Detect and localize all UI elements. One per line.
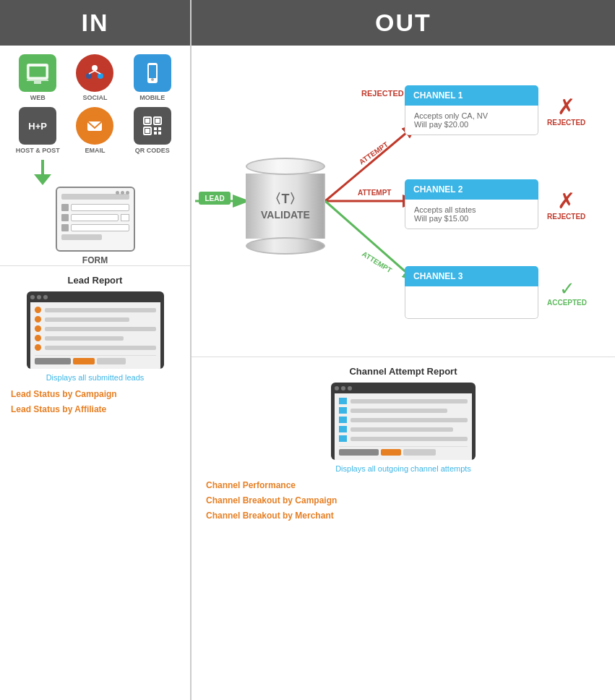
left-report-section: Lead Report	[0, 265, 190, 700]
channel-1-box: CHANNEL 1 Accepts only CA, NV Will pay $…	[405, 85, 538, 135]
channel-2-line2: Will pay $15.00	[414, 214, 529, 223]
right-report-section: Channel Attempt Report	[192, 357, 615, 700]
svg-rect-1	[27, 80, 48, 81]
svg-text:ATTEMPT: ATTEMPT	[358, 140, 390, 166]
channel-1-xmark: ✗	[557, 95, 575, 119]
social-label: SOCIAL	[82, 94, 107, 101]
web-label: WEB	[30, 94, 46, 101]
svg-rect-24	[154, 132, 157, 135]
in-header: IN	[0, 0, 190, 46]
channel-2-xmark: ✗	[557, 189, 575, 213]
lead-report-caption: Displays all submitted leads	[11, 373, 179, 382]
web-icon	[19, 54, 56, 92]
email-icon-cell: EMAIL	[69, 107, 121, 154]
channel-2-rejected: REJECTED	[547, 213, 585, 221]
channel-2-body: Accepts all states Will pay $15.00	[405, 200, 538, 229]
svg-rect-17	[145, 119, 150, 123]
channel-2-header: CHANNEL 2	[405, 179, 538, 200]
lead-report-mockup	[27, 291, 164, 369]
channel-1-status: ✗ REJECTED	[547, 95, 585, 127]
svg-rect-2	[34, 81, 41, 84]
mobile-label: MOBILE	[139, 94, 165, 101]
validate-cylinder: 〈T〉 VALIDATE	[246, 158, 325, 255]
channel-3-box: CHANNEL 3	[405, 266, 538, 319]
svg-point-8	[98, 73, 103, 79]
channel-1-rejected: REJECTED	[547, 119, 585, 127]
form-label: FORM	[82, 255, 108, 265]
channel-3-header: CHANNEL 3	[405, 266, 538, 286]
channel-2-line1: Accepts all states	[414, 205, 529, 214]
channel-3-accepted: ACCEPTED	[547, 299, 587, 307]
qr-icon	[134, 107, 171, 145]
svg-marker-27	[34, 174, 51, 185]
channel-1-header: CHANNEL 1	[405, 85, 538, 106]
hostpost-icon: H+P	[19, 107, 56, 145]
svg-rect-3	[29, 66, 46, 77]
channel-3-checkmark: ✓	[559, 278, 575, 299]
svg-text:ATTEMPT: ATTEMPT	[358, 189, 391, 197]
channel-2-status: ✗ REJECTED	[547, 189, 585, 221]
channel-2-box: CHANNEL 2 Accepts all states Will pay $1…	[405, 179, 538, 229]
social-icon-cell: SOCIAL	[69, 54, 121, 101]
channel-report-title: Channel Attempt Report	[206, 366, 601, 377]
rejected-label-1: REJECTED	[361, 89, 404, 98]
out-header: OUT	[192, 0, 615, 46]
form-mockup	[56, 187, 135, 252]
social-icon	[76, 54, 113, 92]
qr-icon-cell: QR CODES	[126, 107, 178, 154]
left-report-links: Lead Status by Campaign Lead Status by A…	[11, 389, 179, 414]
channel-report-mockup	[331, 383, 476, 460]
email-label: EMAIL	[85, 147, 105, 154]
svg-rect-22	[154, 127, 157, 130]
svg-rect-19	[155, 119, 160, 123]
svg-line-35	[325, 201, 416, 281]
qr-label: QR CODES	[135, 147, 170, 154]
svg-point-7	[86, 73, 92, 79]
right-panel: OUT	[192, 0, 615, 700]
link-lead-status-campaign[interactable]: Lead Status by Campaign	[11, 389, 179, 399]
channel-3-body	[405, 286, 538, 319]
channel-2-row: CHANNEL 2 Accepts all states Will pay $1…	[405, 179, 585, 229]
channel-1-row: CHANNEL 1 Accepts only CA, NV Will pay $…	[405, 85, 585, 135]
right-report-links: Channel Performance Channel Breakout by …	[206, 480, 601, 521]
hostpost-label: HOST & POST	[16, 147, 60, 154]
channel-1-line1: Accepts only CA, NV	[414, 111, 529, 120]
web-icon-cell: WEB	[12, 54, 64, 101]
channel-1-body: Accepts only CA, NV Will pay $20.00	[405, 106, 538, 135]
svg-text:LEAD: LEAD	[205, 195, 224, 202]
link-channel-performance[interactable]: Channel Performance	[206, 480, 601, 490]
hostpost-icon-cell: H+P HOST & POST	[12, 107, 64, 154]
down-arrow	[12, 160, 179, 185]
main-layout: IN WEB	[0, 0, 615, 700]
flow-diagram: LEAD ATTEMPT ATTEMPT ATTEMPT	[192, 46, 615, 357]
email-icon	[76, 107, 113, 145]
svg-point-13	[151, 78, 154, 81]
channel-1-line2: Will pay $20.00	[414, 120, 529, 129]
channel-report-caption: Displays all outgoing channel attempts	[206, 464, 601, 473]
svg-point-6	[92, 65, 98, 71]
svg-rect-25	[158, 132, 161, 135]
input-icons: WEB SOCIAL	[12, 54, 179, 154]
channel-3-status: ✓ ACCEPTED	[547, 278, 587, 307]
left-panel: IN WEB	[0, 0, 192, 700]
mobile-icon-cell: MOBILE	[126, 54, 178, 101]
link-channel-breakout-merchant[interactable]: Channel Breakout by Merchant	[206, 511, 601, 521]
svg-rect-23	[158, 127, 161, 130]
channel-3-row: CHANNEL 3 ✓ ACCEPTED	[405, 266, 587, 319]
svg-text:ATTEMPT: ATTEMPT	[361, 249, 393, 274]
svg-rect-12	[149, 65, 156, 78]
link-lead-status-affiliate[interactable]: Lead Status by Affiliate	[11, 404, 179, 414]
lead-report-title: Lead Report	[11, 275, 179, 286]
svg-rect-21	[145, 129, 150, 133]
mobile-icon	[134, 54, 171, 92]
link-channel-breakout-campaign[interactable]: Channel Breakout by Campaign	[206, 495, 601, 505]
